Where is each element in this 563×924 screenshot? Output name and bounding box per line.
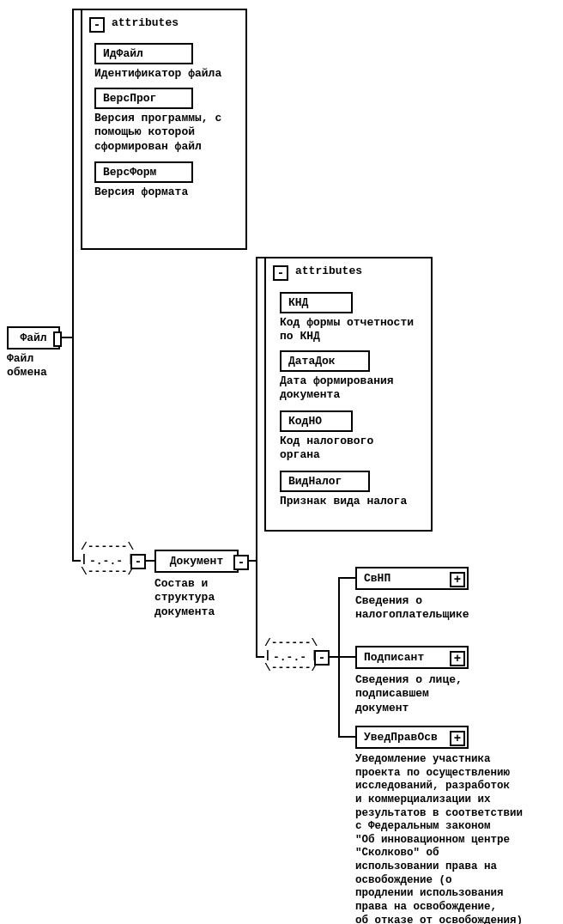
attrs2-collapse-button[interactable]: - — [273, 265, 288, 281]
node-document-collapse-button[interactable]: - — [233, 555, 249, 570]
node-file-connector-notch — [53, 331, 62, 347]
attr-kodno[interactable]: КодНО — [280, 410, 353, 432]
sequence1-collapse-button[interactable]: - — [130, 554, 146, 569]
node-podpisant-label: Подписант — [364, 651, 424, 664]
attr-versform-desc: Версия формата — [94, 185, 188, 199]
attr-vidnalog-desc: Признак вида налога — [280, 495, 407, 508]
attr-vidnalog[interactable]: ВидНалог — [280, 471, 370, 492]
conn-doc-vbus — [256, 257, 257, 658]
conn-seq1-out — [144, 560, 154, 562]
attr-kodno-label: КодНО — [288, 415, 322, 428]
attrs1-collapse-button[interactable]: - — [89, 17, 105, 33]
node-document-label: Документ — [170, 555, 223, 568]
conn-root-vbus — [72, 9, 74, 562]
node-document[interactable]: Документ — [154, 550, 239, 573]
node-uvedpravosv-expand-button[interactable]: + — [450, 731, 465, 746]
attr-idfile-desc: Идентификатор файла — [94, 67, 221, 81]
conn-seq2-out — [328, 656, 338, 658]
attr-versform[interactable]: ВерсФорм — [94, 161, 193, 183]
attr-versprog-label: ВерсПрог — [103, 92, 156, 105]
conn-root-h — [60, 337, 72, 338]
node-svnp-label: СвНП — [364, 572, 390, 585]
attr-versform-label: ВерсФорм — [103, 166, 156, 179]
attr-versprog[interactable]: ВерсПрог — [94, 88, 193, 109]
attr-datadok[interactable]: ДатаДок — [280, 350, 370, 372]
conn-to-attrs2 — [256, 257, 264, 258]
node-uvedpravosv-desc: Уведомление участника проекта по осущест… — [355, 753, 523, 924]
conn-to-podp — [338, 656, 355, 658]
sequence-marker-1-text: -.-.- — [89, 555, 123, 568]
conn-to-seq1 — [72, 560, 81, 562]
attr-knd[interactable]: КНД — [280, 292, 353, 313]
node-podpisant-expand-button[interactable]: + — [450, 651, 465, 666]
conn-to-attrs1 — [72, 9, 81, 10]
sequence-marker-2-text: -.-.- — [273, 651, 306, 665]
conn-to-uved — [338, 736, 355, 738]
node-file[interactable]: Файл — [7, 326, 60, 350]
attr-knd-desc: Код формы отчетности по КНД — [280, 316, 414, 344]
node-svnp-desc: Сведения о налогоплательщике — [355, 594, 469, 623]
sequence2-collapse-button[interactable]: - — [314, 650, 330, 666]
node-document-desc: Состав и структура документа — [154, 577, 215, 619]
diagram-canvas: Файл Файл обмена - attributes ИдФайл Иде… — [0, 0, 563, 924]
attr-datadok-desc: Дата формирования документа — [280, 374, 394, 403]
node-file-label: Файл — [20, 331, 46, 344]
attr-vidnalog-label: ВидНалог — [288, 475, 342, 488]
node-uvedpravosv-label: УведПравОсв — [364, 731, 438, 744]
attr-versprog-desc: Версия программы, с помощью которой сфор… — [94, 112, 221, 154]
attr-knd-label: КНД — [288, 296, 308, 309]
conn-doc-h — [247, 560, 256, 562]
attr-kodno-desc: Код налогового органа — [280, 435, 373, 463]
attrs2-header: attributes — [295, 264, 362, 278]
attr-datadok-label: ДатаДок — [288, 355, 336, 368]
node-svnp-expand-button[interactable]: + — [450, 572, 465, 587]
attrs1-header: attributes — [112, 16, 179, 30]
node-file-desc: Файл обмена — [7, 352, 47, 380]
conn-to-seq2 — [256, 656, 264, 658]
node-podpisant-desc: Сведения о лице, подписавшем документ — [355, 673, 463, 715]
attr-idfile-label: ИдФайл — [103, 47, 143, 60]
attr-idfile[interactable]: ИдФайл — [94, 43, 193, 64]
conn-to-svnp — [338, 577, 355, 579]
